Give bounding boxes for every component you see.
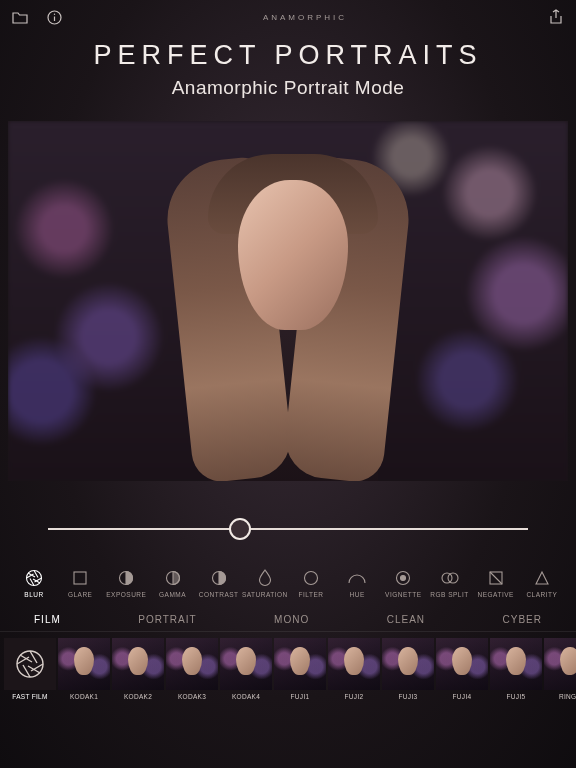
- tool-label: SATURATION: [242, 591, 288, 598]
- adjustment-slider[interactable]: [48, 511, 528, 547]
- preset-kodak3[interactable]: KODAK3: [166, 638, 218, 700]
- svg-point-2: [53, 13, 54, 14]
- preset-thumbnail: [166, 638, 218, 690]
- preset-label: FUJI2: [328, 693, 380, 700]
- tool-hue[interactable]: HUE: [335, 569, 379, 598]
- filter-icon: [302, 569, 320, 587]
- app-title: ANAMORPHIC: [263, 13, 347, 22]
- gamma-icon: [164, 569, 182, 587]
- preset-label: KODAK3: [166, 693, 218, 700]
- preset-fuji1[interactable]: FUJI1: [274, 638, 326, 700]
- tool-label: GAMMA: [159, 591, 186, 598]
- slider-handle[interactable]: [229, 518, 251, 540]
- tool-label: HUE: [350, 591, 365, 598]
- preset-thumbnail: [328, 638, 380, 690]
- info-icon[interactable]: [46, 9, 62, 25]
- rgb-split-icon: [441, 569, 459, 587]
- svg-point-8: [305, 572, 318, 585]
- blur-icon: [25, 569, 43, 587]
- portrait-subject: [168, 150, 408, 481]
- svg-point-3: [27, 571, 42, 586]
- glare-icon: [71, 569, 89, 587]
- svg-rect-4: [74, 572, 86, 584]
- preset-label: FAST FILM: [4, 693, 56, 700]
- photo-preview[interactable]: [8, 121, 568, 481]
- tool-contrast[interactable]: CONTRAST: [197, 569, 241, 598]
- tool-filter[interactable]: FILTER: [289, 569, 333, 598]
- preset-label: FUJI4: [436, 693, 488, 700]
- tab-film[interactable]: FILM: [34, 608, 61, 631]
- top-bar: ANAMORPHIC: [0, 0, 576, 28]
- preset-thumbnail: [490, 638, 542, 690]
- preset-kodak2[interactable]: KODAK2: [112, 638, 164, 700]
- tool-glare[interactable]: GLARE: [58, 569, 102, 598]
- folder-icon[interactable]: [12, 9, 28, 25]
- tool-label: GLARE: [68, 591, 93, 598]
- preset-fuji3[interactable]: FUJI3: [382, 638, 434, 700]
- tab-clean[interactable]: CLEAN: [387, 608, 425, 631]
- preset-fuji4[interactable]: FUJI4: [436, 638, 488, 700]
- tool-label: EXPOSURE: [106, 591, 146, 598]
- tool-row: BLURGLAREEXPOSUREGAMMACONTRASTSATURATION…: [0, 569, 576, 598]
- preset-thumbnail: [274, 638, 326, 690]
- tool-vignette[interactable]: VIGNETTE: [381, 569, 425, 598]
- tool-blur[interactable]: BLUR: [12, 569, 56, 598]
- headline: PERFECT PORTRAITS Anamorphic Portrait Mo…: [0, 40, 576, 99]
- exposure-icon: [117, 569, 135, 587]
- preset-rings[interactable]: RINGS: [544, 638, 576, 700]
- svg-point-10: [401, 576, 406, 581]
- tool-label: CONTRAST: [199, 591, 239, 598]
- preset-strip[interactable]: FAST FILMKODAK1KODAK2KODAK3KODAK4FUJI1FU…: [0, 638, 576, 700]
- headline-title: PERFECT PORTRAITS: [0, 40, 576, 71]
- saturation-icon: [256, 569, 274, 587]
- svg-point-11: [442, 573, 452, 583]
- preset-fuji2[interactable]: FUJI2: [328, 638, 380, 700]
- preset-label: RINGS: [544, 693, 576, 700]
- tab-mono[interactable]: MONO: [274, 608, 309, 631]
- tool-exposure[interactable]: EXPOSURE: [104, 569, 148, 598]
- tool-label: VIGNETTE: [385, 591, 422, 598]
- preset-label: KODAK1: [58, 693, 110, 700]
- preset-category-tabs: FILMPORTRAITMONOCLEANCYBER: [0, 608, 576, 632]
- negative-icon: [487, 569, 505, 587]
- preset-label: FUJI3: [382, 693, 434, 700]
- preset-kodak4[interactable]: KODAK4: [220, 638, 272, 700]
- preset-thumbnail: [220, 638, 272, 690]
- preset-label: KODAK2: [112, 693, 164, 700]
- preset-thumbnail: [436, 638, 488, 690]
- tab-portrait[interactable]: PORTRAIT: [138, 608, 196, 631]
- tool-clarity[interactable]: CLARITY: [520, 569, 564, 598]
- headline-subtitle: Anamorphic Portrait Mode: [0, 77, 576, 99]
- preset-fast-film[interactable]: FAST FILM: [4, 638, 56, 700]
- tool-label: CLARITY: [526, 591, 557, 598]
- tool-negative[interactable]: NEGATIVE: [474, 569, 518, 598]
- preset-thumbnail: [112, 638, 164, 690]
- hue-icon: [348, 569, 366, 587]
- tool-label: NEGATIVE: [478, 591, 514, 598]
- contrast-icon: [210, 569, 228, 587]
- preset-thumbnail: [58, 638, 110, 690]
- slider-track: [48, 528, 528, 530]
- preset-kodak1[interactable]: KODAK1: [58, 638, 110, 700]
- tool-gamma[interactable]: GAMMA: [151, 569, 195, 598]
- clarity-icon: [533, 569, 551, 587]
- tool-label: RGB SPLIT: [430, 591, 468, 598]
- tool-saturation[interactable]: SATURATION: [243, 569, 287, 598]
- preset-thumbnail: [382, 638, 434, 690]
- preset-label: FUJI5: [490, 693, 542, 700]
- tool-rgb-split[interactable]: RGB SPLIT: [428, 569, 472, 598]
- vignette-icon: [394, 569, 412, 587]
- preset-thumbnail: [544, 638, 576, 690]
- tab-cyber[interactable]: CYBER: [503, 608, 542, 631]
- aperture-icon: [4, 638, 56, 690]
- share-icon[interactable]: [548, 9, 564, 25]
- tool-label: FILTER: [299, 591, 324, 598]
- tool-label: BLUR: [24, 591, 43, 598]
- preset-label: FUJI1: [274, 693, 326, 700]
- preset-fuji5[interactable]: FUJI5: [490, 638, 542, 700]
- svg-point-12: [448, 573, 458, 583]
- preset-label: KODAK4: [220, 693, 272, 700]
